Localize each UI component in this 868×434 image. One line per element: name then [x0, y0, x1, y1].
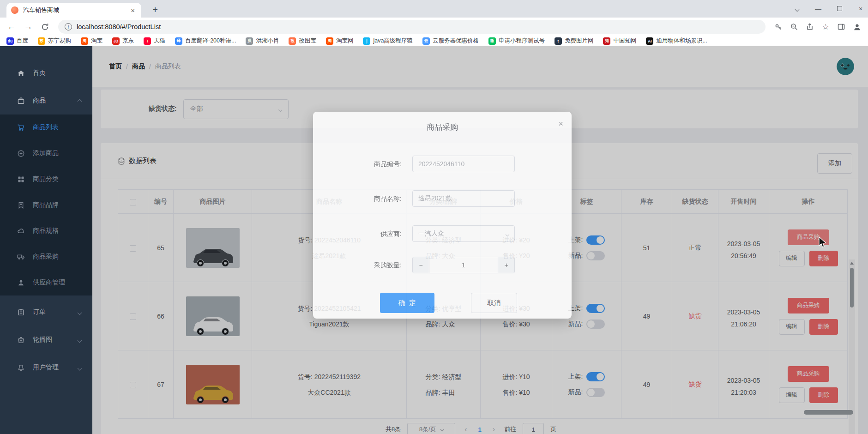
browser-navbar: ← → i localhost:8080/#/ProductList ☆: [0, 18, 868, 36]
bookmarks-bar: du百度 苏苏宁易购 淘淘宝 JD京东 T天猫 译百度翻译-200种语... 洪…: [0, 36, 868, 46]
close-window-button[interactable]: ×: [856, 5, 865, 12]
quantity-stepper: − 1 +: [412, 257, 515, 273]
bookmark-item[interactable]: AI通用物体和场景识...: [646, 37, 707, 45]
bookmark-favicon-icon: 云: [422, 37, 430, 45]
window-controls: — ×: [792, 0, 865, 18]
forward-button[interactable]: →: [21, 20, 35, 34]
quantity-value[interactable]: 1: [429, 257, 498, 273]
app-root: 首页 商品 商品列表 添加商品 商品分类: [0, 46, 868, 434]
bookmark-item[interactable]: T天猫: [144, 37, 165, 45]
bookmark-favicon-icon: t: [555, 37, 562, 45]
minimize-button[interactable]: —: [814, 5, 823, 12]
browser-tab[interactable]: 汽车销售商城 ×: [6, 3, 141, 18]
bookmark-item[interactable]: 云云服务器优惠价格: [422, 37, 479, 45]
code-label: 商品编号:: [313, 156, 402, 172]
bookmark-item[interactable]: 知中国知网: [603, 37, 636, 45]
bookmark-item[interactable]: 译百度翻译-200种语...: [175, 37, 236, 45]
back-button[interactable]: ←: [5, 20, 18, 34]
cancel-button[interactable]: 取消: [471, 293, 517, 313]
bookmark-item[interactable]: 苏苏宁易购: [38, 37, 71, 45]
bookmark-favicon-icon: 译: [175, 37, 182, 45]
bookmark-favicon-icon: j: [363, 37, 370, 45]
bookmark-favicon-icon: du: [6, 37, 14, 45]
tab-close-icon[interactable]: ×: [129, 6, 137, 14]
bookmark-favicon-icon: T: [144, 37, 151, 45]
confirm-button[interactable]: 确定: [380, 293, 434, 313]
product-code-input[interactable]: [412, 156, 515, 172]
supplier-label: 供应商:: [313, 225, 402, 242]
increase-button[interactable]: +: [498, 257, 514, 273]
dialog-close-icon[interactable]: ×: [558, 119, 563, 129]
side-panel-icon[interactable]: [835, 20, 848, 33]
bookmark-favicon-icon: 苏: [38, 37, 45, 45]
site-favicon-icon: [11, 6, 18, 14]
new-tab-button[interactable]: +: [149, 4, 162, 17]
url-text: localhost:8080/#/ProductList: [77, 23, 161, 30]
bookmark-favicon-icon: 改: [289, 37, 296, 45]
chevron-down-icon: [506, 230, 509, 237]
form-row-quantity: 采购数量: − 1 +: [313, 257, 572, 273]
password-key-icon[interactable]: [772, 20, 785, 33]
bookmark-item[interactable]: 微申请小程序测试号: [488, 37, 545, 45]
name-label: 商品名称:: [313, 190, 402, 207]
bookmark-item[interactable]: t免费图片网: [555, 37, 594, 45]
bookmark-favicon-icon: 淘: [81, 37, 88, 45]
tab-search-caret-icon[interactable]: [792, 5, 802, 12]
bookmark-item[interactable]: jjava高级程序猿: [363, 37, 412, 45]
bookmark-favicon-icon: JD: [112, 37, 120, 45]
bookmark-item[interactable]: 洪洪湖小肖: [246, 37, 279, 45]
bookmark-favicon-icon: 洪: [246, 37, 253, 45]
form-row-supplier: 供应商: 一汽大众: [313, 225, 572, 242]
bookmark-item[interactable]: JD京东: [112, 37, 134, 45]
profile-avatar-icon[interactable]: [850, 20, 863, 33]
share-icon[interactable]: [803, 20, 816, 33]
bookmark-favicon-icon: 淘: [326, 37, 333, 45]
url-bar[interactable]: i localhost:8080/#/ProductList: [58, 20, 766, 34]
purchase-dialog: 商品采购 × 商品编号: 商品名称: 供应商: 一汽大众 采购数量: −: [313, 112, 572, 319]
tab-strip: 汽车销售商城 × + — ×: [0, 0, 868, 18]
bookmark-item[interactable]: 淘淘宝网: [326, 37, 354, 45]
bookmark-favicon-icon: 微: [488, 37, 496, 45]
bookmark-star-icon[interactable]: ☆: [819, 20, 832, 33]
form-row-name: 商品名称:: [313, 190, 572, 207]
reload-button[interactable]: [38, 20, 52, 34]
bookmark-item[interactable]: 改改图宝: [289, 37, 316, 45]
bookmark-item[interactable]: 淘淘宝: [81, 37, 102, 45]
product-name-input[interactable]: [412, 190, 515, 207]
zoom-out-icon[interactable]: [788, 20, 801, 33]
bookmark-item[interactable]: du百度: [6, 37, 28, 45]
form-row-code: 商品编号:: [313, 156, 572, 172]
bookmark-favicon-icon: AI: [646, 37, 653, 45]
browser-window: 汽车销售商城 × + — × ← → i localhost:8080/#/Pr…: [0, 0, 868, 434]
reload-icon: [41, 23, 49, 31]
supplier-select[interactable]: 一汽大众: [412, 225, 515, 242]
quantity-label: 采购数量:: [313, 257, 402, 273]
tab-title: 汽车销售商城: [23, 6, 124, 14]
decrease-button[interactable]: −: [413, 257, 429, 273]
page-info-icon[interactable]: i: [65, 23, 72, 30]
dialog-title: 商品采购: [313, 122, 572, 133]
maximize-button[interactable]: [835, 5, 844, 12]
bookmark-favicon-icon: 知: [603, 37, 610, 45]
mouse-cursor: [817, 236, 827, 250]
